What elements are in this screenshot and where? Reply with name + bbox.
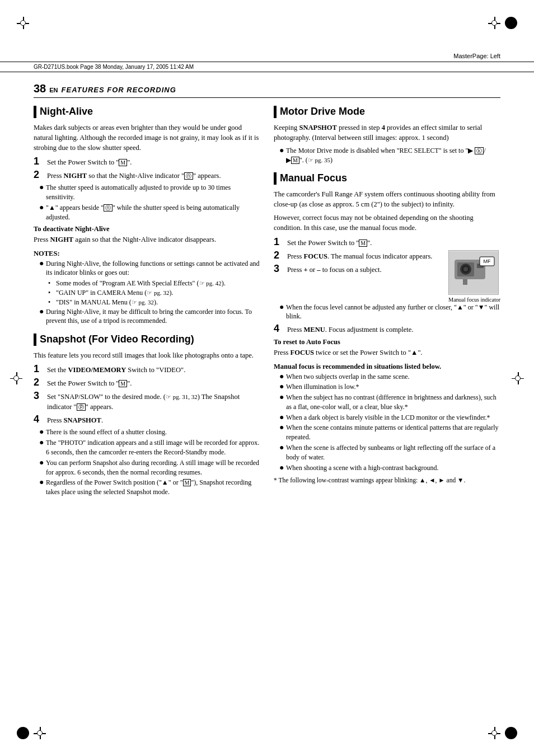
night-alive-heading: Night-Alive [34, 106, 260, 118]
night-alive-bullets: ● The shutter speed is automatically adj… [39, 183, 260, 222]
note-item-1: ● During Night-Alive, the following func… [39, 259, 260, 278]
snapshot-step3-text: Set "SNAP/SLOW" to the desired mode. (☞ … [47, 392, 260, 412]
recommended-heading: Manual focus is recommended in situation… [274, 363, 500, 371]
manual-focus-svg: MF [449, 251, 498, 294]
black-circle-bl [17, 727, 29, 739]
manual-focus-steps: 1 Set the Power Switch to "M". 2 Press F… [274, 237, 500, 335]
night-alive-section: Night-Alive Makes dark subjects or areas… [34, 106, 260, 326]
top-margin: MasterPage: Left [0, 0, 534, 62]
night-alive-step2-text: Press NIGHT so that the Night-Alive indi… [47, 171, 260, 181]
bullet-item: ● You can perform Snapshot also during r… [39, 458, 260, 477]
mf-step2-and-image: 2 Press FOCUS. The manual focus indicato… [274, 250, 500, 303]
corner-mark-br [488, 727, 517, 739]
bullet-item: ● When two subjects overlap in the same … [279, 372, 500, 382]
mf-step2: 2 Press FOCUS. The manual focus indicato… [274, 250, 443, 261]
crosshair-bl [34, 727, 46, 739]
crosshair-mid-left [10, 372, 22, 384]
notes-list: ● During Night-Alive, the following func… [39, 259, 260, 326]
notes-heading: NOTES: [34, 250, 260, 258]
footnote: * The following low-contrast warnings ap… [274, 476, 500, 485]
sub-bullet-item: • "DIS" in MANUAL Menu (☞ pg. 32). [48, 298, 260, 307]
two-column-layout: Night-Alive Makes dark subjects or areas… [34, 106, 500, 499]
deactivate-text: Press NIGHT again so that the Night-Aliv… [34, 234, 260, 245]
night-alive-step2: 2 Press NIGHT so that the Night-Alive in… [34, 170, 260, 181]
bullet-item: ● Regardless of the Power Switch positio… [39, 478, 260, 497]
bullet-item: ● The shutter speed is automatically adj… [39, 183, 260, 202]
manual-focus-image: MF [448, 250, 499, 295]
manual-focus-intro2: However, correct focus may not be obtain… [274, 213, 500, 233]
reset-af-heading: To reset to Auto Focus [274, 338, 500, 346]
mf-steps-text: 2 Press FOCUS. The manual focus indicato… [274, 250, 443, 277]
motor-drive-section: Motor Drive Mode Keeping SNAPSHOT presse… [274, 106, 500, 165]
night-alive-intro: Makes dark subjects or areas even bright… [34, 123, 260, 153]
mf-step1-text: Set the Power Switch to "M". [287, 238, 500, 248]
crosshair-mid-right [512, 372, 524, 384]
main-content: 38EN FEATURES FOR RECORDING Night-Alive … [0, 72, 534, 510]
sub-bullet-item: • "GAIN UP" in CAMERA Menu (☞ pg. 32). [48, 288, 260, 298]
crosshair-br [488, 727, 500, 739]
mid-mark-left [10, 372, 22, 384]
black-circle-br [505, 727, 517, 739]
mf-step1: 1 Set the Power Switch to "M". [274, 237, 500, 248]
section-title: FEATURES FOR RECORDING [62, 86, 176, 94]
header-bar-text: GR-D271US.book Page 38 Monday, January 1… [34, 64, 194, 70]
note-item-2: ● During Night-Alive, it may be difficul… [39, 307, 260, 326]
reset-af-text: Press FOCUS twice or set the Power Switc… [274, 348, 500, 358]
bullet-item: ● When the scene is affected by sunbeams… [279, 443, 500, 462]
bullet-item: ● When illumination is low.* [279, 382, 500, 392]
note-subbullets: • Some modes of "Program AE With Special… [48, 279, 260, 307]
bullet-item: ● When the subject has no contrast (diff… [279, 393, 500, 412]
motor-drive-bullets: ● The Motor Drive mode is disabled when … [279, 146, 500, 165]
mf-image-container: MF Manual focus indicator [448, 250, 500, 303]
mf-step4-text: Press MENU. Focus adjustment is complete… [287, 325, 500, 335]
mf-image-caption: Manual focus indicator [448, 297, 500, 303]
snapshot-bullets: ● There is the sound effect of a shutter… [39, 428, 260, 497]
manual-focus-heading: Manual Focus [274, 172, 500, 185]
bullet-item: ● When shooting a scene with a high-cont… [279, 463, 500, 473]
bullet-item: ● There is the sound effect of a shutter… [39, 428, 260, 437]
motor-drive-heading: Motor Drive Mode [274, 106, 500, 118]
svg-text:MF: MF [484, 259, 491, 264]
snapshot-step2: 2 Set the Power Switch to "M". [34, 377, 260, 388]
mf-step3-bullets: ● When the focus level cannot be adjuste… [279, 303, 500, 322]
bullet-item: ● When a dark object is barely visible i… [279, 413, 500, 422]
right-column: Motor Drive Mode Keeping SNAPSHOT presse… [274, 106, 500, 499]
mf-step2-text: Press FOCUS. The manual focus indicator … [287, 251, 443, 261]
svg-point-5 [463, 267, 468, 271]
snapshot-step1: 1 Set the VIDEO/MEMORY Switch to "VIDEO"… [34, 364, 260, 375]
snapshot-heading: Snapshot (For Video Recording) [34, 334, 260, 346]
header-bar: GR-D271US.book Page 38 Monday, January 1… [0, 62, 534, 72]
snapshot-step2-text: Set the Power Switch to "M". [47, 378, 260, 388]
snapshot-step4: 4 Press SNAPSHOT. [34, 414, 260, 425]
bullet-item: ● When the focus level cannot be adjuste… [279, 303, 500, 322]
recommended-bullets: ● When two subjects overlap in the same … [279, 372, 500, 473]
masterpage-label: MasterPage: Left [453, 53, 500, 59]
mf-step4: 4 Press MENU. Focus adjustment is comple… [274, 323, 500, 335]
snapshot-step3: 3 Set "SNAP/SLOW" to the desired mode. (… [34, 391, 260, 412]
deactivate-heading: To deactivate Night-Alive [34, 225, 260, 233]
mf-step3-text: Press + or – to focus on a subject. [287, 265, 443, 275]
motor-drive-intro: Keeping SNAPSHOT pressed in step 4 provi… [274, 123, 500, 143]
snapshot-step1-text: Set the VIDEO/MEMORY Switch to "VIDEO". [47, 365, 260, 375]
bullet-item: ● When the scene contains minute pattern… [279, 423, 500, 442]
page: MasterPage: Left GR-D271US.book Page 38 … [0, 0, 534, 756]
mf-step3: 3 Press + or – to focus on a subject. [274, 264, 443, 275]
night-alive-step1: 1 Set the Power Switch to "M". [34, 156, 260, 167]
bullet-item: ● "▲" appears beside "ⓝ" while the shutt… [39, 203, 260, 222]
sub-bullet-item: • Some modes of "Program AE With Special… [48, 279, 260, 288]
snapshot-section: Snapshot (For Video Recording) This feat… [34, 334, 260, 497]
svg-rect-9 [463, 279, 467, 285]
manual-focus-section: Manual Focus The camcorder's Full Range … [274, 172, 500, 485]
bullet-item: ● The "PHOTO" indication appears and a s… [39, 438, 260, 457]
section-header: 38EN FEATURES FOR RECORDING [34, 82, 500, 98]
night-alive-step1-text: Set the Power Switch to "M". [47, 157, 260, 167]
page-number-en: EN [49, 87, 58, 93]
bottom-area [0, 510, 534, 555]
snapshot-step4-text: Press SNAPSHOT. [47, 415, 260, 425]
left-column: Night-Alive Makes dark subjects or areas… [34, 106, 260, 499]
snapshot-intro: This feature lets you record still image… [34, 350, 260, 360]
mid-mark-right [512, 372, 524, 384]
bullet-item: ● The Motor Drive mode is disabled when … [279, 146, 500, 165]
corner-mark-bl [17, 727, 46, 739]
manual-focus-intro: The camcorder's Full Range AF system off… [274, 189, 500, 209]
